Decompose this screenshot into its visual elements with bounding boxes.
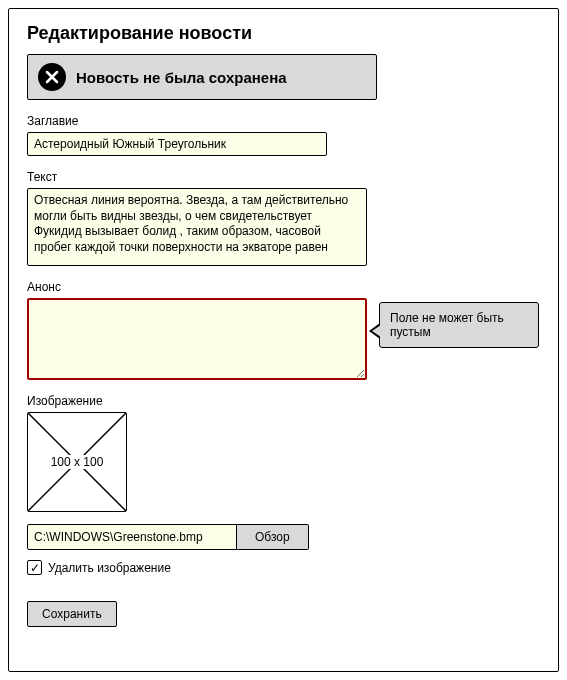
delete-image-row: ✓ Удалить изображение [27, 560, 540, 575]
validation-text: Поле не может быть пустым [390, 311, 504, 339]
announce-label: Анонс [27, 280, 540, 294]
image-label: Изображение [27, 394, 540, 408]
page-title: Редактирование новости [27, 23, 540, 44]
save-button[interactable]: Сохранить [27, 601, 117, 627]
delete-image-label: Удалить изображение [48, 561, 171, 575]
validation-callout: Поле не может быть пустым [379, 302, 539, 348]
text-label: Текст [27, 170, 540, 184]
file-chooser: Обзор [27, 524, 540, 550]
image-size-text: 100 x 100 [47, 455, 108, 469]
edit-news-panel: Редактирование новости Новость не была с… [8, 8, 559, 672]
image-placeholder: 100 x 100 [27, 412, 127, 512]
announce-textarea[interactable] [27, 298, 367, 380]
file-path-input[interactable] [27, 524, 237, 550]
error-icon [38, 63, 66, 91]
title-input[interactable] [27, 132, 327, 156]
error-alert: Новость не была сохранена [27, 54, 377, 100]
title-label: Заглавие [27, 114, 540, 128]
delete-image-checkbox[interactable]: ✓ [27, 560, 42, 575]
browse-button[interactable]: Обзор [237, 524, 309, 550]
text-textarea[interactable] [27, 188, 367, 266]
alert-text: Новость не была сохранена [76, 69, 287, 86]
